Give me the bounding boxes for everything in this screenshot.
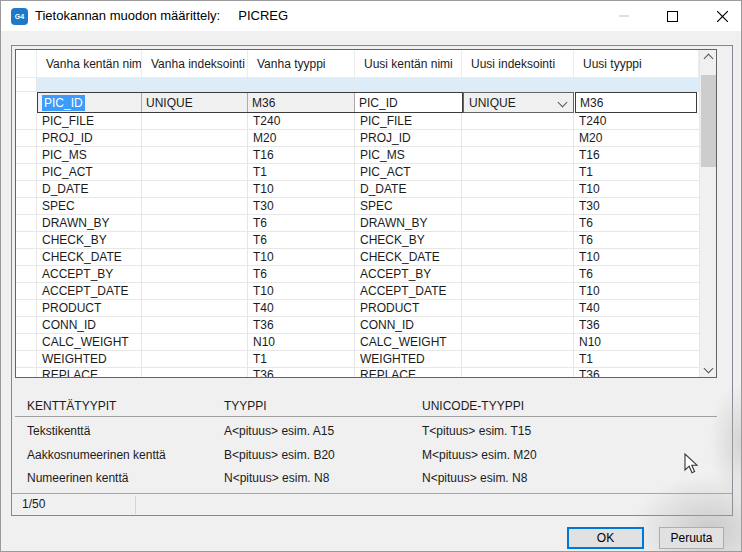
table-row[interactable]: DRAWN_BY T6 DRAWN_BY T6 [16,215,699,232]
cell-new-index[interactable] [462,266,574,283]
scrollbar-thumb[interactable] [701,75,716,167]
ok-button[interactable]: OK [567,527,644,549]
table-row[interactable]: CHECK_BY T6 CHECK_BY T6 [16,232,699,249]
cell-old-name[interactable]: CONN_ID [37,317,142,334]
scroll-down-button[interactable] [700,360,717,377]
cell-old-index[interactable] [142,164,248,181]
cell-old-index[interactable] [142,232,248,249]
cell-old-type[interactable]: N10 [248,334,355,351]
table-row[interactable]: D_DATE T10 D_DATE T10 [16,181,699,198]
cell-old-type[interactable]: T10 [248,249,355,266]
cell-new-type[interactable]: T6 [574,215,699,232]
cell-old-name[interactable]: PIC_MS [37,147,142,164]
cell-new-type[interactable]: T10 [574,283,699,300]
cell-new-name[interactable]: REPLACE [355,368,462,378]
cell-new-index[interactable] [462,113,574,130]
cell-new-name[interactable]: WEIGHTED [355,351,462,368]
cell-old-type[interactable]: T10 [248,283,355,300]
row-header-cell[interactable] [16,283,37,300]
cell-new-name[interactable]: PIC_ACT [355,164,462,181]
edit-cell-old-name[interactable]: PIC_ID [38,93,142,112]
cell-old-type[interactable]: T1 [248,351,355,368]
row-header-cell[interactable] [16,317,37,334]
table-row[interactable]: PRODUCT T40 PRODUCT T40 [16,300,699,317]
cell-old-index[interactable] [142,300,248,317]
cell-new-type[interactable]: T1 [574,351,699,368]
cell-new-index[interactable] [462,283,574,300]
cell-old-index[interactable] [142,147,248,164]
scroll-up-button[interactable] [700,50,717,67]
cell-new-index[interactable] [462,351,574,368]
cell-new-type[interactable]: T40 [574,300,699,317]
row-header-cell[interactable] [16,249,37,266]
cell-new-type[interactable]: T30 [574,198,699,215]
cell-new-name[interactable]: PRODUCT [355,300,462,317]
row-header-cell[interactable] [16,181,37,198]
cell-new-index[interactable] [462,300,574,317]
cell-new-index[interactable] [462,147,574,164]
table-row[interactable]: ACCEPT_DATE T10 ACCEPT_DATE T10 [16,283,699,300]
row-header-cell[interactable] [16,232,37,249]
cell-new-index[interactable] [462,164,574,181]
row-header-cell[interactable] [16,300,37,317]
cell-old-type[interactable]: T16 [248,147,355,164]
col-header-new-type[interactable]: Uusi tyyppi [574,50,699,78]
row-header-cell[interactable] [16,368,37,378]
cell-new-type[interactable]: N10 [574,334,699,351]
cell-old-index[interactable] [142,368,248,378]
cell-new-index[interactable] [462,215,574,232]
cell-new-index[interactable] [462,368,574,378]
cancel-button[interactable]: Peruuta [659,527,724,549]
cell-new-name[interactable]: SPEC [355,198,462,215]
table-row[interactable]: ACCEPT_BY T6 ACCEPT_BY T6 [16,266,699,283]
table-row[interactable]: SPEC T30 SPEC T30 [16,198,699,215]
cell-new-type[interactable]: T10 [574,249,699,266]
cell-new-name[interactable]: D_DATE [355,181,462,198]
cell-old-type[interactable]: T36 [248,368,355,378]
cell-new-index[interactable] [462,232,574,249]
cell-new-index[interactable] [462,130,574,147]
table-row[interactable]: WEIGHTED T1 WEIGHTED T1 [16,351,699,368]
cell-old-index[interactable] [142,266,248,283]
cell-new-index[interactable] [462,181,574,198]
cell-old-index[interactable] [142,283,248,300]
cell-old-type[interactable]: T6 [248,232,355,249]
cell-new-name[interactable]: ACCEPT_BY [355,266,462,283]
cell-old-index[interactable] [142,334,248,351]
cell-old-type[interactable]: T40 [248,300,355,317]
table-row[interactable]: PROJ_ID M20 PROJ_ID M20 [16,130,699,147]
cell-old-name[interactable]: SPEC [37,198,142,215]
cell-old-type[interactable]: T6 [248,215,355,232]
row-header-cell[interactable] [16,198,37,215]
cell-old-name[interactable]: WEIGHTED [37,351,142,368]
row-header-cell[interactable] [16,113,37,130]
cell-old-name[interactable]: ACCEPT_DATE [37,283,142,300]
row-header-cell[interactable] [16,130,37,147]
cell-new-name[interactable]: CALC_WEIGHT [355,334,462,351]
edit-cell-new-name[interactable]: PIC_ID [355,93,462,112]
table-row[interactable]: CALC_WEIGHT N10 CALC_WEIGHT N10 [16,334,699,351]
col-header-new-index[interactable]: Uusi indeksointi [462,50,574,78]
cell-new-name[interactable]: ACCEPT_DATE [355,283,462,300]
cell-old-type[interactable]: T240 [248,113,355,130]
table-row[interactable]: REPLACE T36 REPLACE T36 [16,368,699,378]
cell-new-type[interactable]: T240 [574,113,699,130]
cell-old-type[interactable]: T36 [248,317,355,334]
cell-old-name[interactable]: DRAWN_BY [37,215,142,232]
row-header-cell[interactable] [16,147,37,164]
cell-old-index[interactable] [142,215,248,232]
cell-old-type[interactable]: T6 [248,266,355,283]
vertical-scrollbar[interactable] [699,50,716,377]
cell-new-index[interactable] [462,317,574,334]
cell-new-name[interactable]: PIC_MS [355,147,462,164]
row-header-cell[interactable] [16,266,37,283]
cell-new-type[interactable]: M20 [574,130,699,147]
cell-old-name[interactable]: PIC_FILE [37,113,142,130]
col-header-old-type[interactable]: Vanha tyyppi [248,50,355,78]
col-header-old-index[interactable]: Vanha indeksointi [142,50,248,78]
cell-new-name[interactable]: CHECK_BY [355,232,462,249]
cell-new-type[interactable]: T16 [574,147,699,164]
cell-old-name[interactable]: CHECK_BY [37,232,142,249]
cell-old-index[interactable] [142,130,248,147]
cell-old-type[interactable]: M20 [248,130,355,147]
